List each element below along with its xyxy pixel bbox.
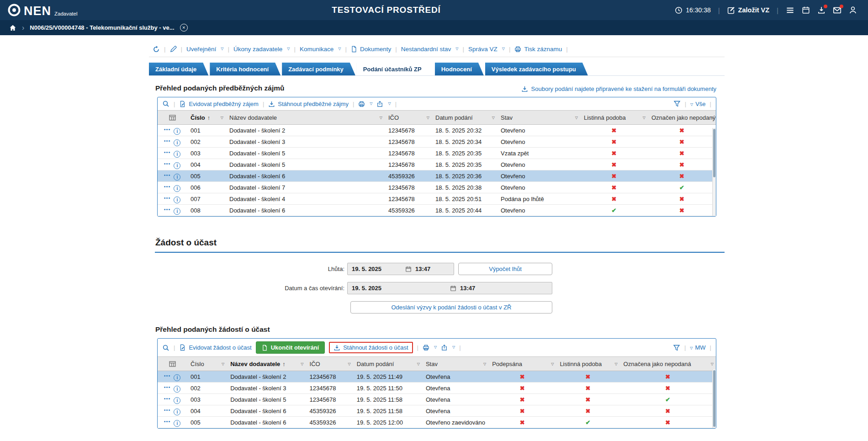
scrollbar-thumb[interactable]: [713, 370, 715, 427]
column-header-stav[interactable]: Stav: [497, 111, 580, 125]
send-invite-button[interactable]: Odeslání výzvy k podání žádosti o účast …: [350, 301, 552, 313]
toolbar-item-tisk-zaznamu[interactable]: Tisk záznamu: [514, 46, 562, 53]
filter-button[interactable]: [673, 100, 681, 107]
column-header-podepsana[interactable]: Podepsána: [488, 357, 556, 371]
toolbar-item-komunikace[interactable]: Komunikace: [300, 46, 341, 53]
row-menu-icon[interactable]: [164, 373, 171, 378]
column-header-nepodany[interactable]: Označen jako nepodaný: [648, 111, 716, 125]
tab-zadavaci-podminky[interactable]: Zadávací podmínky: [282, 63, 355, 75]
print-menu-button[interactable]: [423, 344, 437, 351]
history-button[interactable]: [153, 46, 160, 53]
table-scrollbar[interactable]: [712, 369, 716, 428]
row-menu-icon[interactable]: [164, 138, 171, 143]
export-menu-button[interactable]: [376, 101, 391, 107]
toolbar-item-sprava-vz[interactable]: Správa VZ: [468, 46, 505, 53]
create-vz-button[interactable]: Založit VZ: [727, 6, 769, 14]
column-header-listinna[interactable]: Listinná podoba: [556, 357, 619, 371]
table-row[interactable]: 003Dodavatel - školení 51234567818. 5. 2…: [158, 148, 716, 159]
table-row[interactable]: 007Dodavatel - školení 41234567818. 5. 2…: [158, 193, 716, 205]
deadline-date-value[interactable]: 19. 5. 2025: [348, 266, 405, 272]
home-button[interactable]: [9, 24, 16, 32]
row-menu-icon[interactable]: [164, 172, 171, 178]
toolbar-item-uverejneni[interactable]: Uveřejnění: [186, 46, 223, 53]
row-info-icon[interactable]: [174, 197, 180, 203]
download-note-link[interactable]: Soubory podání najdete připravené ke sta…: [521, 85, 716, 92]
messages-button[interactable]: [833, 6, 842, 15]
calendar-icon[interactable]: [450, 285, 456, 292]
breadcrumb-record[interactable]: N006/25/V00004748 - Telekomunikační služ…: [30, 24, 174, 31]
row-info-icon[interactable]: [174, 208, 180, 215]
row-menu-icon[interactable]: [164, 396, 171, 401]
row-info-icon[interactable]: [174, 139, 180, 146]
column-header-nazev[interactable]: Název dodavatele: [227, 357, 306, 371]
table-row[interactable]: 002Dodavatel - školení 31234567819. 5. 2…: [158, 383, 716, 394]
column-config-header[interactable]: [158, 111, 187, 125]
toolbar-item-dokumenty[interactable]: Dokumenty: [351, 46, 391, 53]
row-info-icon[interactable]: [174, 162, 180, 169]
table-row[interactable]: 005Dodavatel - školení 64535932619. 5. 2…: [158, 417, 716, 428]
table-row[interactable]: 004Dodavatel - školení 51234567818. 5. 2…: [158, 159, 716, 170]
row-menu-icon[interactable]: [164, 195, 171, 201]
register-request-button[interactable]: Evidovat žádost o účast: [179, 344, 251, 351]
row-info-icon[interactable]: [174, 374, 180, 381]
toolbar-item-ukony-zadavatele[interactable]: Úkony zadavatele: [233, 46, 290, 53]
table-scrollbar[interactable]: [712, 128, 716, 216]
row-info-icon[interactable]: [174, 420, 180, 427]
filter-preset-selector[interactable]: MW: [690, 344, 705, 351]
register-prelim-interest-button[interactable]: Evidovat předběžný zájem: [179, 101, 258, 107]
finish-opening-button[interactable]: Ukončit otevírání: [256, 341, 325, 354]
download-requests-button[interactable]: Stáhnout žádosti o účast: [333, 344, 408, 351]
toolbar-item-nestandardni-stav[interactable]: Nestandardní stav: [401, 46, 459, 53]
download-prelim-interests-button[interactable]: Stáhnout předběžné zájmy: [268, 101, 349, 107]
table-row[interactable]: 001Dodavatel - školení 21234567818. 5. 2…: [158, 125, 716, 136]
column-header-listinna[interactable]: Listinná podoba: [580, 111, 648, 125]
opening-date-value[interactable]: 19. 5. 2025: [348, 285, 450, 292]
row-info-icon[interactable]: [174, 397, 180, 404]
table-row[interactable]: 004Dodavatel - školení 64535932619. 5. 2…: [158, 405, 716, 417]
opening-datetime-input[interactable]: 19. 5. 2025 13:47: [347, 282, 552, 294]
tab-hodnoceni[interactable]: Hodnocení: [435, 63, 484, 75]
downloads-button[interactable]: [817, 6, 826, 14]
close-record-icon[interactable]: ×: [180, 24, 188, 32]
column-header-datum[interactable]: Datum podání: [353, 357, 422, 371]
row-info-icon[interactable]: [174, 174, 180, 181]
table-row[interactable]: 001Dodavatel - školení 21234567819. 5. 2…: [158, 371, 716, 383]
row-info-icon[interactable]: [174, 185, 180, 192]
column-config-header[interactable]: [158, 357, 187, 371]
row-info-icon[interactable]: [174, 128, 180, 135]
table-row[interactable]: 008Dodavatel - školení 64535932618. 5. 2…: [158, 205, 716, 216]
column-header-stav[interactable]: Stav: [422, 357, 488, 371]
edit-record-button[interactable]: [170, 46, 177, 53]
filter-button[interactable]: [673, 344, 680, 351]
column-header-cislo[interactable]: Číslo: [187, 111, 226, 125]
column-header-ico[interactable]: IČO: [385, 111, 432, 125]
deadline-time-value[interactable]: 13:47: [415, 266, 430, 272]
table-row[interactable]: 003Dodavatel - školení 51234567819. 5. 2…: [158, 394, 716, 405]
print-menu-button[interactable]: [358, 101, 372, 107]
tab-vysledek-zadavaciho-postupu[interactable]: Výsledek zadávacího postupu: [485, 63, 588, 75]
tab-podani-ucastniku-zp[interactable]: Podání účastníků ZP: [357, 63, 434, 75]
row-menu-icon[interactable]: [164, 419, 171, 424]
column-header-nazev[interactable]: Název dodavatele: [226, 111, 385, 125]
row-menu-icon[interactable]: [164, 161, 171, 166]
row-info-icon[interactable]: [174, 409, 180, 415]
opening-time-value[interactable]: 13:47: [460, 285, 475, 292]
table-row[interactable]: 006Dodavatel - školení 71234567818. 5. 2…: [158, 182, 716, 193]
row-menu-icon[interactable]: [164, 149, 171, 155]
filter-preset-selector[interactable]: Vše: [690, 101, 706, 107]
column-header-nepodana[interactable]: Označena jako nepodaná: [620, 357, 716, 371]
table-row[interactable]: 005Dodavatel - školení 64535932618. 5. 2…: [158, 170, 716, 182]
row-menu-icon[interactable]: [164, 184, 171, 189]
column-header-datum[interactable]: Datum podání: [432, 111, 497, 125]
app-logo[interactable]: NEN Zadavatel: [7, 3, 78, 17]
scrollbar-thumb[interactable]: [713, 129, 715, 177]
tab-zakladni-udaje[interactable]: Základní údaje: [149, 63, 208, 75]
calendar-menu-button[interactable]: [802, 6, 810, 14]
row-menu-icon[interactable]: [164, 407, 171, 413]
export-menu-button[interactable]: [441, 344, 455, 351]
table-row[interactable]: 002Dodavatel - školení 31234567818. 5. 2…: [158, 136, 716, 148]
main-menu-button[interactable]: [786, 6, 794, 15]
user-profile-button[interactable]: [849, 6, 857, 14]
row-menu-icon[interactable]: [164, 384, 171, 390]
search-button[interactable]: [162, 100, 169, 107]
